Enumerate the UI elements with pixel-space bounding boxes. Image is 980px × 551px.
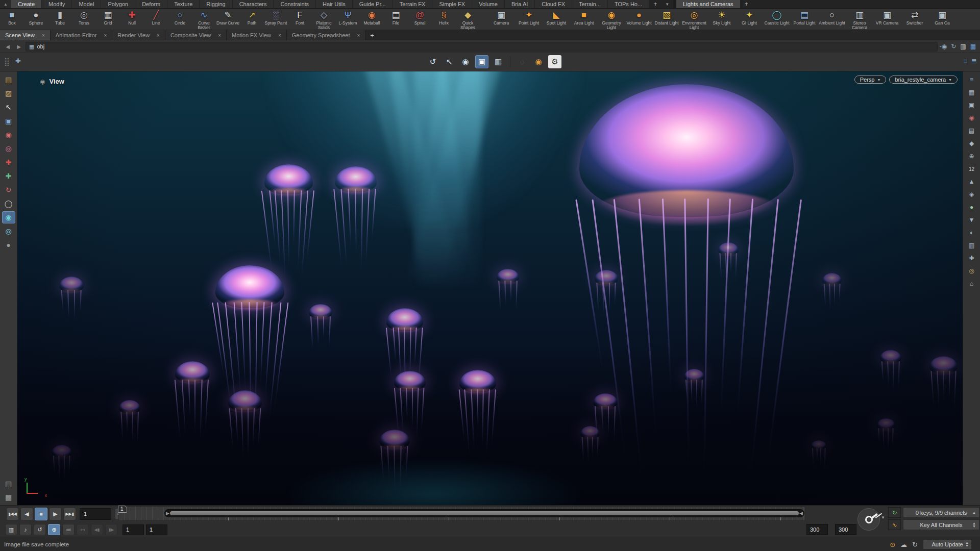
- shelf-tab[interactable]: Constraints: [274, 0, 316, 8]
- close-tab-icon[interactable]: ×: [42, 33, 45, 38]
- pane-split-icon[interactable]: ▥: [960, 43, 966, 50]
- shelf-tool-font[interactable]: FFont: [288, 9, 312, 26]
- shelf-tab[interactable]: Texture: [167, 0, 200, 8]
- add-shelf-tab-button[interactable]: +: [649, 0, 661, 8]
- shelf-tab[interactable]: Lights and Cameras: [676, 0, 740, 8]
- channels-refresh-icon[interactable]: ↻: [888, 507, 901, 518]
- audio-scrub-icon[interactable]: ılıl: [62, 524, 75, 535]
- audio-icon[interactable]: ♪: [19, 524, 32, 535]
- down-icon[interactable]: ▼: [965, 215, 978, 225]
- show-camera-toggle-icon[interactable]: ▣: [475, 55, 488, 68]
- panel-icon[interactable]: ▣: [965, 100, 978, 110]
- key-dropdown-icon[interactable]: ▼: [881, 515, 885, 520]
- integer-frames-icon[interactable]: ⊕: [48, 524, 60, 535]
- shelf-tab[interactable]: Cloud FX: [535, 0, 572, 8]
- shelf-tab[interactable]: Simple FX: [432, 0, 472, 8]
- refresh-icon[interactable]: ↻: [912, 541, 918, 548]
- shelf-tool-ambient-light[interactable]: ○Ambient Light: [818, 9, 846, 26]
- shelf-tool-grid[interactable]: ▦Grid: [96, 9, 120, 26]
- shelf-tab[interactable]: Characters: [233, 0, 274, 8]
- snapshot-disabled-icon[interactable]: ◌: [516, 55, 529, 68]
- shelf-tool-switcher[interactable]: ⇄Switcher: [901, 9, 928, 26]
- toolbar-axis-icon[interactable]: ✚: [15, 57, 21, 65]
- shelf-collapse-icon[interactable]: ▲: [0, 0, 11, 8]
- close-tab-icon[interactable]: ×: [357, 33, 360, 38]
- view-mode-icon[interactable]: ◉: [2, 211, 15, 223]
- add-pane-tab-button[interactable]: +: [365, 30, 379, 40]
- current-frame-field[interactable]: 1: [80, 508, 111, 520]
- shelf-tool-environment-light[interactable]: ◎Environment Light: [680, 9, 708, 30]
- secure-selection-icon[interactable]: ▣: [2, 115, 15, 127]
- camera-move-tool-icon[interactable]: ◉: [459, 55, 472, 68]
- shelf-tool-curve-bezier[interactable]: ∿Curve Bezier: [192, 9, 216, 30]
- shelf-tab[interactable]: Volume: [472, 0, 505, 8]
- record-indicator-icon[interactable]: ⊙: [890, 541, 895, 548]
- channel-wave-icon[interactable]: ∿: [888, 519, 901, 530]
- half-icon[interactable]: ◐: [965, 228, 978, 238]
- shelf-tool-stereo-camera[interactable]: ▥Stereo Camera: [846, 9, 873, 30]
- material-pot-icon[interactable]: ●: [2, 239, 15, 251]
- scene-viewport[interactable]: ◉ View Persp ▼ bria_restyle_camera ▼ y x: [17, 71, 963, 505]
- close-tab-icon[interactable]: ×: [104, 33, 107, 38]
- projection-selector[interactable]: Persp ▼: [854, 76, 887, 84]
- view-tool-icon[interactable]: ↺: [426, 55, 439, 68]
- toolbar-grip-icon[interactable]: ⣿: [4, 57, 9, 66]
- shelf-tool-spot-light[interactable]: ◣Spot Light: [543, 9, 570, 26]
- jump-end-button[interactable]: ▶▶▮: [63, 508, 76, 520]
- sort-desc-icon[interactable]: ≣: [971, 57, 977, 65]
- shelf-tool-gi-light[interactable]: ✦GI Light: [736, 9, 763, 26]
- global-end-field[interactable]: 300: [835, 524, 856, 535]
- globe-view-icon[interactable]: ◎: [2, 225, 15, 237]
- set-key-button[interactable]: [857, 508, 880, 531]
- shelf-tool-torus[interactable]: ◎Torus: [72, 9, 96, 26]
- shelf-tool-spiral[interactable]: @Spiral: [408, 9, 432, 26]
- pane-tab-render-view[interactable]: Render View×: [112, 30, 165, 40]
- shelf-tool-sky-light[interactable]: ☀Sky Light: [708, 9, 736, 26]
- shelf-tool-line[interactable]: ╱Line: [144, 9, 168, 26]
- global-start-field[interactable]: 1: [122, 524, 144, 535]
- slider-left-handle[interactable]: ▶: [166, 511, 169, 516]
- shelf-tool-portal-light[interactable]: ▤Portal Light: [791, 9, 818, 26]
- auto-update-select[interactable]: Auto Update ▲▼: [923, 539, 972, 549]
- brain-icon[interactable]: ☁: [900, 541, 907, 548]
- plus-icon[interactable]: ✚: [965, 253, 978, 263]
- ring-icon[interactable]: ◎: [965, 266, 978, 276]
- sync-icon[interactable]: ↻: [951, 43, 956, 50]
- playhead-flag[interactable]: 1: [118, 506, 127, 513]
- shelf-tool-camera[interactable]: ▣Camera: [487, 9, 515, 26]
- shelf-tool-area-light[interactable]: ■Area Light: [570, 9, 598, 26]
- shelf-tool-metaball[interactable]: ◉Metaball: [360, 9, 384, 26]
- home-icon[interactable]: ⌂: [965, 279, 978, 289]
- axis-snap-icon[interactable]: ✚: [2, 156, 15, 168]
- frame-count-icon[interactable]: 12: [965, 164, 978, 174]
- key-mode-select[interactable]: Key All Channels ▲▼: [903, 519, 979, 530]
- pane-maximize-icon[interactable]: ▦: [970, 43, 976, 50]
- pane-tab-geometry-spreadsheet[interactable]: Geometry Spreadsheet×: [287, 30, 366, 40]
- play-reverse-button[interactable]: ◀: [20, 508, 33, 520]
- viewport-menu-icon[interactable]: ◉: [40, 78, 45, 85]
- material-icon[interactable]: ◎: [2, 142, 15, 155]
- inspect-icon[interactable]: ◯: [2, 197, 15, 210]
- flipbook-icon[interactable]: ◉: [532, 55, 545, 68]
- layout-stack-icon[interactable]: ▤: [2, 478, 15, 490]
- sort-list-icon[interactable]: ≡: [965, 74, 978, 85]
- shelf-tab[interactable]: Bria AI: [505, 0, 535, 8]
- shelf-tab[interactable]: Create: [11, 0, 42, 8]
- shelf-tool-distant-light[interactable]: ▧Distant Light: [653, 9, 680, 26]
- shelf-tool-vr-camera[interactable]: ▣VR Camera: [873, 9, 901, 26]
- pane-tab-scene-view[interactable]: Scene View×: [0, 30, 51, 40]
- grid-display-icon[interactable]: ▦: [965, 87, 978, 97]
- shelf-tab[interactable]: Terrain...: [572, 0, 608, 8]
- shelf-tool-path[interactable]: ↗Path: [240, 9, 264, 26]
- close-tab-icon[interactable]: ×: [218, 33, 221, 38]
- select-arrow-icon[interactable]: ↖: [2, 101, 15, 113]
- close-tab-icon[interactable]: ×: [157, 33, 160, 38]
- add-right-shelf-tab-button[interactable]: +: [741, 0, 752, 8]
- jump-start-button[interactable]: ▮◀◀: [6, 508, 19, 520]
- keys-summary-field[interactable]: 0 keys, 9/9 channels ▲: [903, 507, 979, 518]
- play-button[interactable]: ▶: [49, 508, 62, 520]
- shelf-tab[interactable]: TOPs Ho...: [608, 0, 649, 8]
- close-tab-icon[interactable]: ×: [278, 33, 281, 38]
- shelf-tool-gan-ca[interactable]: ▣Gan Ca: [928, 9, 956, 26]
- slider-bar[interactable]: [170, 511, 799, 515]
